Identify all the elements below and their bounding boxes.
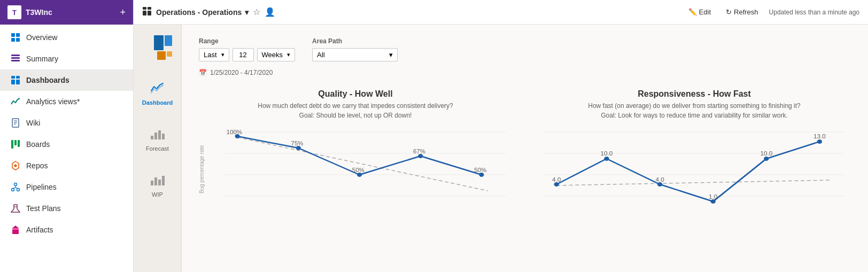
- logo-orange-small: [167, 51, 172, 57]
- sidebar-item-pipelines[interactable]: Pipelines: [0, 176, 133, 198]
- artifacts-icon: [10, 224, 21, 235]
- svg-point-21: [17, 189, 20, 191]
- area-path-select[interactable]: All ▾: [312, 48, 398, 61]
- dashboard-nav-icon: [150, 81, 165, 97]
- range-option-select[interactable]: Last: [199, 48, 229, 61]
- wip-nav-icon: [150, 173, 165, 189]
- responsiveness-chart-svg: 4.0 10.0 4.0 1.0 10.0 13.0: [538, 127, 851, 212]
- sidebar-item-analytics[interactable]: Analytics views*: [0, 91, 133, 112]
- svg-text:10.0: 10.0: [601, 151, 613, 157]
- logo-blue-small: [165, 35, 172, 46]
- range-filter-group: Range Last Weeks 📅 1/25/2020 - 4/17/2020: [199, 37, 295, 76]
- svg-point-49: [357, 173, 362, 177]
- sidebar-item-label: Boards: [26, 140, 50, 149]
- svg-text:4.0: 4.0: [655, 177, 664, 183]
- sidebar-item-label: Repos: [26, 161, 48, 170]
- repos-icon: [10, 160, 21, 171]
- svg-rect-16: [14, 140, 17, 145]
- area-chevron-icon: ▾: [389, 51, 393, 59]
- responsiveness-chart-subtitle: How fast (on average) do we deliver from…: [588, 101, 801, 120]
- svg-rect-25: [143, 7, 146, 10]
- quality-chart-subtitle: How much defect debt do we carry that im…: [258, 101, 453, 120]
- svg-rect-30: [154, 133, 157, 139]
- svg-rect-4: [11, 55, 20, 56]
- dash-nav-dashboard[interactable]: Dashboard: [138, 77, 177, 110]
- svg-text:67%: 67%: [413, 149, 425, 154]
- sidebar-item-repos[interactable]: Repos: [0, 155, 133, 176]
- svg-point-66: [710, 199, 715, 204]
- svg-text:100%: 100%: [227, 129, 243, 135]
- quality-y-label: Bug percentage rate: [199, 127, 205, 212]
- sidebar-item-dashboards[interactable]: Dashboards: [0, 69, 133, 91]
- svg-point-19: [14, 183, 17, 186]
- responsiveness-chart-section: Responsiveness - How Fast How fast (on a…: [538, 89, 851, 212]
- sidebar-header-left: T T3WInc: [7, 5, 52, 19]
- date-range: 📅 1/25/2020 - 4/17/2020: [199, 69, 295, 76]
- sidebar-item-label: Test Plans: [26, 204, 61, 213]
- svg-rect-29: [151, 136, 153, 139]
- edit-label: Edit: [699, 8, 711, 16]
- svg-line-41: [237, 137, 487, 191]
- dash-nav-label: WIP: [152, 191, 163, 198]
- svg-rect-1: [16, 33, 20, 37]
- breadcrumb-text: Operations - Operations: [156, 8, 242, 17]
- svg-line-56: [556, 180, 832, 185]
- sidebar-header: T T3WInc +: [0, 0, 133, 25]
- range-num-input[interactable]: [232, 48, 254, 61]
- sidebar-item-artifacts[interactable]: Artifacts: [0, 219, 133, 240]
- range-unit-select[interactable]: Weeks: [257, 48, 296, 61]
- refresh-button[interactable]: ↻ Refresh: [722, 6, 763, 18]
- svg-point-50: [418, 154, 423, 158]
- svg-rect-35: [158, 180, 161, 185]
- responsiveness-chart-with-axis: 4.0 10.0 4.0 1.0 10.0 13.0: [538, 127, 851, 212]
- overview-icon: [10, 32, 21, 43]
- sidebar-item-label: Artifacts: [26, 226, 53, 234]
- svg-point-64: [604, 157, 609, 161]
- svg-rect-2: [11, 38, 15, 42]
- svg-point-65: [657, 182, 662, 186]
- svg-rect-10: [16, 80, 20, 84]
- dash-nav-wip[interactable]: WIP: [138, 169, 177, 202]
- svg-text:10.0: 10.0: [760, 151, 772, 157]
- svg-rect-26: [148, 7, 151, 10]
- sidebar-nav: Overview Summary Dashboards Analytics vi…: [0, 25, 133, 272]
- dash-nav-forecast[interactable]: Forecast: [138, 123, 177, 156]
- filters-row: Range Last Weeks 📅 1/25/2020 - 4/17/2020: [199, 37, 851, 76]
- edit-button[interactable]: ✏️ Edit: [684, 6, 715, 18]
- logo-blue-large: [154, 35, 164, 50]
- svg-point-51: [479, 173, 484, 177]
- logo: [143, 35, 172, 64]
- sidebar-item-testplans[interactable]: Test Plans: [0, 198, 133, 219]
- svg-text:4.0: 4.0: [552, 177, 561, 183]
- sidebar-item-label: Overview: [26, 33, 57, 42]
- add-project-icon[interactable]: +: [120, 7, 126, 18]
- svg-rect-8: [16, 76, 20, 79]
- sidebar: T T3WInc + Overview Summary Dashboards: [0, 0, 134, 272]
- svg-rect-31: [158, 130, 161, 139]
- pipelines-icon: [10, 182, 21, 192]
- boards-icon: [10, 139, 21, 150]
- svg-rect-27: [143, 11, 146, 15]
- svg-text:50%: 50%: [474, 167, 486, 173]
- org-name: T3WInc: [26, 8, 52, 17]
- svg-rect-17: [18, 140, 20, 147]
- sidebar-item-label: Summary: [26, 55, 58, 63]
- sidebar-item-overview[interactable]: Overview: [0, 27, 133, 48]
- sidebar-item-wiki[interactable]: Wiki: [0, 112, 133, 134]
- topbar-left: Operations - Operations ▾ ☆ 👤: [142, 6, 275, 18]
- svg-point-20: [12, 189, 14, 191]
- favorite-star-icon[interactable]: ☆: [253, 7, 260, 17]
- sidebar-item-summary[interactable]: Summary: [0, 48, 133, 69]
- quality-chart-with-axis: Bug percentage rate 100: [199, 127, 512, 212]
- svg-rect-6: [11, 60, 20, 61]
- dash-nav: Dashboard Forecast: [134, 25, 182, 272]
- range-label: Range: [199, 37, 295, 45]
- sidebar-item-boards[interactable]: Boards: [0, 134, 133, 155]
- refresh-label: Refresh: [734, 8, 758, 16]
- analytics-icon: [10, 96, 21, 107]
- edit-icon: ✏️: [688, 8, 697, 16]
- svg-rect-23: [12, 229, 19, 234]
- svg-point-68: [817, 139, 822, 144]
- svg-rect-3: [16, 38, 20, 42]
- team-icon[interactable]: 👤: [265, 7, 275, 17]
